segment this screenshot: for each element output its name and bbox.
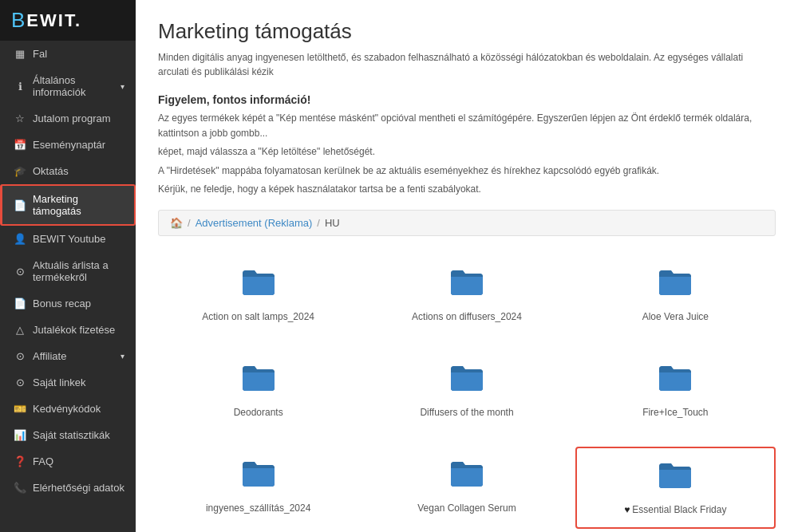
chevron-icon-altalanos: ▾ [120, 82, 124, 91]
sidebar-item-bonus[interactable]: 📄Bonus recap [0, 290, 136, 317]
folder-item-ingyenes[interactable]: ingyenes_szállítás_2024 [158, 447, 358, 530]
breadcrumb-hu: HU [325, 217, 340, 229]
folder-item-deodorants[interactable]: Deodorants [158, 351, 358, 431]
sidebar-icon-bonus: 📄 [14, 298, 26, 309]
sidebar-item-oktatas[interactable]: 🎓Oktatás [0, 158, 136, 184]
sidebar-item-jutalek[interactable]: △Jutalékok fizetése [0, 317, 136, 343]
folder-label-aloe: Aloe Vera Juice [642, 310, 709, 324]
notice-text-3: A "Hirdetések" mappába folyamatosan kerü… [158, 164, 776, 179]
folder-item-vegan[interactable]: Vegan Collagen Serum [366, 447, 567, 530]
sidebar-label-sajat-linkek: Saját linkek [33, 376, 85, 388]
sidebar-item-aktualis[interactable]: ⊙Aktuális árlista a termékekről [0, 252, 136, 290]
folder-item-aloe[interactable]: Aloe Vera Juice [575, 255, 776, 335]
folder-label-ingyenes: ingyenes_szállítás_2024 [206, 502, 310, 515]
sidebar-label-faq: FAQ [33, 455, 53, 467]
sidebar-icon-jutalek: △ [14, 324, 26, 336]
sidebar-icon-affiliate: ⊙ [14, 350, 26, 362]
sidebar-label-bonus: Bonus recap [33, 298, 91, 309]
folder-item-action-diff[interactable]: Actions on diffusers_2024 [366, 255, 567, 335]
logo: B EWIT. [0, 0, 136, 41]
sidebar-item-elerhetoseg[interactable]: 📞Elérhetőségi adatok [0, 475, 136, 501]
sidebar-icon-marketing: 📄 [14, 199, 26, 211]
folder-icon-fire-ice [658, 362, 693, 400]
logo-dot: B [11, 8, 25, 33]
page-description: Minden digitális anyag ingyenesen letölt… [158, 50, 776, 79]
sidebar-label-jutalom: Jutalom program [33, 112, 111, 124]
folder-label-action-diff: Actions on diffusers_2024 [412, 310, 522, 324]
folder-label-diffusers: Diffusers of the month [420, 406, 513, 420]
home-icon[interactable]: 🏠 [170, 217, 183, 229]
sidebar-icon-elerhetoseg: 📞 [14, 482, 26, 494]
sidebar-item-affiliate[interactable]: ⊙Affiliate▾ [0, 343, 136, 369]
notice-text-1: Az egyes termékek képét a "Kép mentése m… [158, 111, 776, 141]
folder-item-fire-ice[interactable]: Fire+Ice_Touch [575, 351, 776, 431]
sidebar-label-fal: Fal [33, 48, 47, 60]
folder-icon-vegan [449, 458, 484, 495]
sidebar-item-fal[interactable]: ▦Fal [0, 41, 136, 67]
sidebar-label-aktualis: Aktuális árlista a termékekről [33, 259, 124, 283]
folder-icon-action-diff [449, 266, 484, 304]
folder-item-diffusers[interactable]: Diffusers of the month [366, 351, 567, 431]
folder-label-action-salt: Action on salt lamps_2024 [202, 310, 314, 324]
sidebar-icon-esemenynaptar: 📅 [14, 139, 26, 151]
folder-item-essential[interactable]: ♥Essential Black Friday [575, 447, 776, 530]
sidebar-label-esemenynaptar: Eseménynaptár [33, 139, 105, 151]
sidebar-item-bewit-youtube[interactable]: 👤BEWIT Youtube [0, 226, 136, 252]
chevron-icon-affiliate: ▾ [120, 352, 124, 361]
sidebar-item-sajat-linkek[interactable]: ⊙Saját linkek [0, 369, 136, 396]
sidebar-item-kedvezmeny[interactable]: 🎫Kedvénykódok [0, 396, 136, 422]
folder-icon-aloe [658, 266, 693, 304]
sidebar-icon-altalanos: ℹ [14, 81, 26, 93]
sidebar-icon-fal: ▦ [14, 48, 26, 60]
folder-label-fire-ice: Fire+Ice_Touch [642, 406, 708, 420]
breadcrumb: 🏠 / Advertisement (Reklama) / HU [158, 210, 776, 236]
folder-icon-ingyenes [241, 458, 276, 495]
sidebar-icon-sajat-linkek: ⊙ [14, 376, 26, 388]
folder-icon-action-salt [241, 266, 276, 304]
notice-text-2: képet, majd válassza a "Kép letöltése" l… [158, 144, 776, 160]
sidebar-icon-bewit-youtube: 👤 [14, 233, 26, 245]
logo-text: EWIT. [26, 10, 81, 31]
sidebar-item-marketing[interactable]: 📄Marketing támogatás [0, 184, 136, 226]
folder-label-vegan: Vegan Collagen Serum [417, 502, 516, 515]
notice-text-4: Kérjük, ne feledje, hogy a képek használ… [158, 182, 776, 197]
sidebar-label-jutalek: Jutalékok fizetése [33, 324, 115, 336]
sidebar-icon-jutalom: ☆ [14, 112, 26, 124]
sidebar-item-altalanos[interactable]: ℹÁltalános információk▾ [0, 67, 136, 105]
sidebar: B EWIT. ▦FalℹÁltalános információk▾☆Juta… [0, 0, 136, 532]
folder-icon-essential [658, 459, 693, 497]
sidebar-icon-faq: ❓ [14, 455, 26, 467]
sidebar-label-sajat-stat: Saját statisztikák [33, 429, 110, 441]
sidebar-label-altalanos: Általános információk [33, 74, 114, 98]
page-title: Marketing támogatás [158, 19, 776, 44]
sidebar-label-kedvezmeny: Kedvénykódok [33, 403, 101, 415]
sidebar-item-sajat-stat[interactable]: 📊Saját statisztikák [0, 422, 136, 448]
sidebar-item-esemenynaptar[interactable]: 📅Eseménynaptár [0, 132, 136, 158]
heart-icon: ♥ [624, 504, 630, 515]
folder-icon-diffusers [449, 362, 484, 400]
sidebar-label-marketing: Marketing támogatás [33, 193, 123, 217]
folder-label-deodorants: Deodorants [234, 406, 283, 420]
sidebar-icon-kedvezmeny: 🎫 [14, 403, 26, 415]
sidebar-icon-oktatas: 🎓 [14, 165, 26, 177]
sidebar-label-affiliate: Affiliate [33, 350, 66, 362]
sidebar-item-jutalom[interactable]: ☆Jutalom program [0, 105, 136, 132]
folder-grid: Action on salt lamps_2024 Actions on dif… [158, 255, 776, 529]
notice-box: Figyelem, fontos információ! Az egyes te… [158, 93, 776, 197]
folder-label-essential: ♥Essential Black Friday [624, 503, 726, 517]
sidebar-icon-sajat-stat: 📊 [14, 429, 26, 441]
sidebar-icon-aktualis: ⊙ [14, 266, 26, 278]
breadcrumb-advertisement[interactable]: Advertisement (Reklama) [196, 217, 313, 229]
notice-title: Figyelem, fontos információ! [158, 93, 776, 106]
sidebar-label-oktatas: Oktatás [33, 165, 69, 177]
sidebar-label-elerhetoseg: Elérhetőségi adatok [33, 482, 124, 494]
sidebar-item-faq[interactable]: ❓FAQ [0, 448, 136, 475]
folder-item-action-salt[interactable]: Action on salt lamps_2024 [158, 255, 358, 335]
sidebar-label-bewit-youtube: BEWIT Youtube [33, 233, 106, 245]
folder-icon-deodorants [241, 362, 276, 400]
main-content: Marketing támogatás Minden digitális any… [136, 0, 798, 532]
